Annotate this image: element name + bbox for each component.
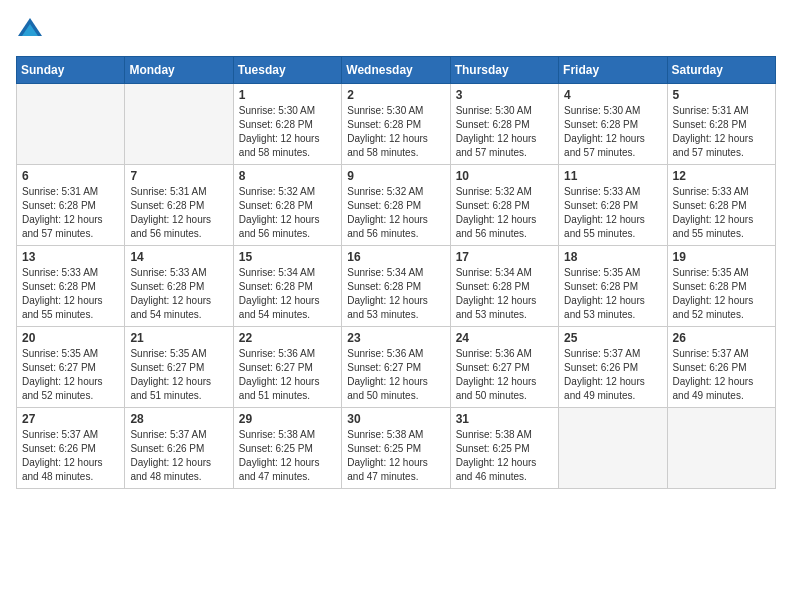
calendar-cell: 26 Sunrise: 5:37 AM Sunset: 6:26 PM Dayl… (667, 327, 775, 408)
day-info: Sunrise: 5:31 AM Sunset: 6:28 PM Dayligh… (22, 185, 119, 241)
day-info: Sunrise: 5:33 AM Sunset: 6:28 PM Dayligh… (673, 185, 770, 241)
day-number: 3 (456, 88, 553, 102)
day-info: Sunrise: 5:34 AM Sunset: 6:28 PM Dayligh… (239, 266, 336, 322)
calendar-cell: 25 Sunrise: 5:37 AM Sunset: 6:26 PM Dayl… (559, 327, 667, 408)
day-number: 13 (22, 250, 119, 264)
day-number: 4 (564, 88, 661, 102)
day-number: 20 (22, 331, 119, 345)
calendar-cell: 15 Sunrise: 5:34 AM Sunset: 6:28 PM Dayl… (233, 246, 341, 327)
day-number: 1 (239, 88, 336, 102)
day-number: 27 (22, 412, 119, 426)
calendar-cell: 29 Sunrise: 5:38 AM Sunset: 6:25 PM Dayl… (233, 408, 341, 489)
day-number: 9 (347, 169, 444, 183)
calendar-cell: 2 Sunrise: 5:30 AM Sunset: 6:28 PM Dayli… (342, 84, 450, 165)
day-info: Sunrise: 5:32 AM Sunset: 6:28 PM Dayligh… (347, 185, 444, 241)
day-number: 6 (22, 169, 119, 183)
day-info: Sunrise: 5:30 AM Sunset: 6:28 PM Dayligh… (456, 104, 553, 160)
calendar-cell: 4 Sunrise: 5:30 AM Sunset: 6:28 PM Dayli… (559, 84, 667, 165)
day-number: 22 (239, 331, 336, 345)
calendar-table: SundayMondayTuesdayWednesdayThursdayFrid… (16, 56, 776, 489)
day-number: 14 (130, 250, 227, 264)
calendar-week-row: 6 Sunrise: 5:31 AM Sunset: 6:28 PM Dayli… (17, 165, 776, 246)
day-info: Sunrise: 5:30 AM Sunset: 6:28 PM Dayligh… (564, 104, 661, 160)
day-number: 7 (130, 169, 227, 183)
calendar-cell: 14 Sunrise: 5:33 AM Sunset: 6:28 PM Dayl… (125, 246, 233, 327)
calendar-cell: 6 Sunrise: 5:31 AM Sunset: 6:28 PM Dayli… (17, 165, 125, 246)
day-number: 23 (347, 331, 444, 345)
day-number: 16 (347, 250, 444, 264)
day-info: Sunrise: 5:37 AM Sunset: 6:26 PM Dayligh… (564, 347, 661, 403)
day-number: 19 (673, 250, 770, 264)
calendar-cell: 10 Sunrise: 5:32 AM Sunset: 6:28 PM Dayl… (450, 165, 558, 246)
weekday-header: Tuesday (233, 57, 341, 84)
day-info: Sunrise: 5:36 AM Sunset: 6:27 PM Dayligh… (347, 347, 444, 403)
day-number: 17 (456, 250, 553, 264)
weekday-header: Saturday (667, 57, 775, 84)
day-info: Sunrise: 5:34 AM Sunset: 6:28 PM Dayligh… (456, 266, 553, 322)
calendar-cell: 27 Sunrise: 5:37 AM Sunset: 6:26 PM Dayl… (17, 408, 125, 489)
calendar-cell: 28 Sunrise: 5:37 AM Sunset: 6:26 PM Dayl… (125, 408, 233, 489)
day-info: Sunrise: 5:33 AM Sunset: 6:28 PM Dayligh… (22, 266, 119, 322)
calendar-cell: 8 Sunrise: 5:32 AM Sunset: 6:28 PM Dayli… (233, 165, 341, 246)
calendar-cell: 12 Sunrise: 5:33 AM Sunset: 6:28 PM Dayl… (667, 165, 775, 246)
calendar-cell: 17 Sunrise: 5:34 AM Sunset: 6:28 PM Dayl… (450, 246, 558, 327)
day-info: Sunrise: 5:31 AM Sunset: 6:28 PM Dayligh… (673, 104, 770, 160)
logo (16, 16, 48, 44)
calendar-cell: 24 Sunrise: 5:36 AM Sunset: 6:27 PM Dayl… (450, 327, 558, 408)
calendar-week-row: 1 Sunrise: 5:30 AM Sunset: 6:28 PM Dayli… (17, 84, 776, 165)
calendar-cell: 22 Sunrise: 5:36 AM Sunset: 6:27 PM Dayl… (233, 327, 341, 408)
day-info: Sunrise: 5:37 AM Sunset: 6:26 PM Dayligh… (673, 347, 770, 403)
day-info: Sunrise: 5:32 AM Sunset: 6:28 PM Dayligh… (239, 185, 336, 241)
day-number: 11 (564, 169, 661, 183)
day-number: 2 (347, 88, 444, 102)
page-header (16, 16, 776, 44)
day-number: 21 (130, 331, 227, 345)
calendar-cell (667, 408, 775, 489)
calendar-week-row: 13 Sunrise: 5:33 AM Sunset: 6:28 PM Dayl… (17, 246, 776, 327)
calendar-cell: 13 Sunrise: 5:33 AM Sunset: 6:28 PM Dayl… (17, 246, 125, 327)
calendar-cell: 3 Sunrise: 5:30 AM Sunset: 6:28 PM Dayli… (450, 84, 558, 165)
day-info: Sunrise: 5:38 AM Sunset: 6:25 PM Dayligh… (456, 428, 553, 484)
calendar-cell: 11 Sunrise: 5:33 AM Sunset: 6:28 PM Dayl… (559, 165, 667, 246)
day-info: Sunrise: 5:36 AM Sunset: 6:27 PM Dayligh… (239, 347, 336, 403)
day-number: 18 (564, 250, 661, 264)
logo-icon (16, 16, 44, 44)
calendar-cell: 7 Sunrise: 5:31 AM Sunset: 6:28 PM Dayli… (125, 165, 233, 246)
day-info: Sunrise: 5:33 AM Sunset: 6:28 PM Dayligh… (564, 185, 661, 241)
day-number: 26 (673, 331, 770, 345)
calendar-week-row: 20 Sunrise: 5:35 AM Sunset: 6:27 PM Dayl… (17, 327, 776, 408)
calendar-cell: 19 Sunrise: 5:35 AM Sunset: 6:28 PM Dayl… (667, 246, 775, 327)
calendar-cell: 23 Sunrise: 5:36 AM Sunset: 6:27 PM Dayl… (342, 327, 450, 408)
calendar-cell: 9 Sunrise: 5:32 AM Sunset: 6:28 PM Dayli… (342, 165, 450, 246)
calendar-cell (17, 84, 125, 165)
day-info: Sunrise: 5:35 AM Sunset: 6:27 PM Dayligh… (22, 347, 119, 403)
calendar-cell: 20 Sunrise: 5:35 AM Sunset: 6:27 PM Dayl… (17, 327, 125, 408)
day-number: 30 (347, 412, 444, 426)
calendar-cell (559, 408, 667, 489)
day-info: Sunrise: 5:36 AM Sunset: 6:27 PM Dayligh… (456, 347, 553, 403)
day-number: 31 (456, 412, 553, 426)
day-number: 24 (456, 331, 553, 345)
weekday-header: Wednesday (342, 57, 450, 84)
day-info: Sunrise: 5:35 AM Sunset: 6:28 PM Dayligh… (564, 266, 661, 322)
day-info: Sunrise: 5:35 AM Sunset: 6:27 PM Dayligh… (130, 347, 227, 403)
calendar-cell: 5 Sunrise: 5:31 AM Sunset: 6:28 PM Dayli… (667, 84, 775, 165)
day-info: Sunrise: 5:30 AM Sunset: 6:28 PM Dayligh… (347, 104, 444, 160)
day-number: 25 (564, 331, 661, 345)
day-info: Sunrise: 5:33 AM Sunset: 6:28 PM Dayligh… (130, 266, 227, 322)
weekday-header: Sunday (17, 57, 125, 84)
weekday-header-row: SundayMondayTuesdayWednesdayThursdayFrid… (17, 57, 776, 84)
day-number: 29 (239, 412, 336, 426)
day-number: 12 (673, 169, 770, 183)
calendar-cell: 1 Sunrise: 5:30 AM Sunset: 6:28 PM Dayli… (233, 84, 341, 165)
day-info: Sunrise: 5:30 AM Sunset: 6:28 PM Dayligh… (239, 104, 336, 160)
day-number: 28 (130, 412, 227, 426)
calendar-cell: 18 Sunrise: 5:35 AM Sunset: 6:28 PM Dayl… (559, 246, 667, 327)
calendar-cell (125, 84, 233, 165)
calendar-cell: 31 Sunrise: 5:38 AM Sunset: 6:25 PM Dayl… (450, 408, 558, 489)
day-info: Sunrise: 5:37 AM Sunset: 6:26 PM Dayligh… (130, 428, 227, 484)
day-info: Sunrise: 5:34 AM Sunset: 6:28 PM Dayligh… (347, 266, 444, 322)
day-info: Sunrise: 5:32 AM Sunset: 6:28 PM Dayligh… (456, 185, 553, 241)
day-info: Sunrise: 5:38 AM Sunset: 6:25 PM Dayligh… (347, 428, 444, 484)
day-number: 10 (456, 169, 553, 183)
